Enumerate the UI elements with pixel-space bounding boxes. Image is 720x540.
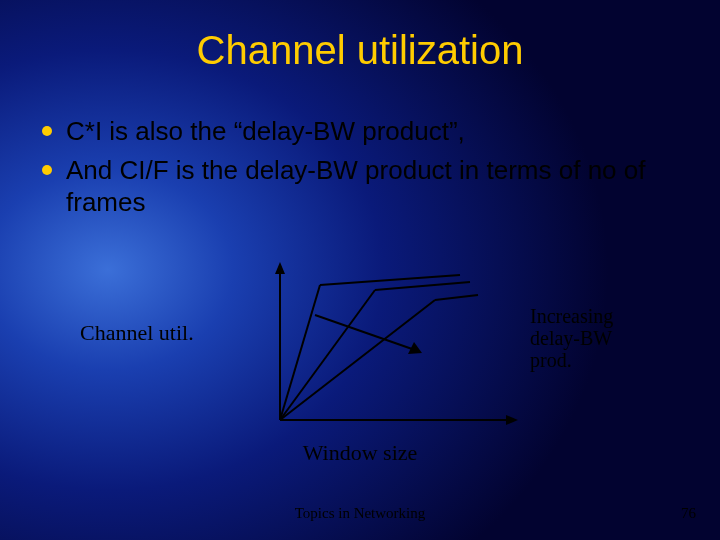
svg-line-7 <box>375 282 470 290</box>
svg-line-5 <box>320 275 460 285</box>
svg-line-4 <box>280 285 320 420</box>
page-number: 76 <box>681 505 696 522</box>
chart-y-label: Channel util. <box>80 320 194 346</box>
chart-svg <box>260 260 520 430</box>
svg-marker-3 <box>506 415 518 425</box>
slide-title: Channel utilization <box>0 28 720 73</box>
footer-text: Topics in Networking <box>0 505 720 522</box>
bullet-list: C*I is also the “delay-BW product”, And … <box>40 115 690 225</box>
slide: Channel utilization C*I is also the “del… <box>0 0 720 540</box>
chart-annotation: Increasingdelay-BWprod. <box>530 305 613 371</box>
bullet-item: C*I is also the “delay-BW product”, <box>40 115 690 148</box>
svg-marker-1 <box>275 262 285 274</box>
chart-annotation-text: Increasingdelay-BWprod. <box>530 305 613 371</box>
svg-line-6 <box>280 290 375 420</box>
svg-line-9 <box>435 295 478 300</box>
bullet-item: And CI/F is the delay-BW product in term… <box>40 154 690 219</box>
chart <box>260 260 520 430</box>
chart-x-label: Window size <box>0 440 720 466</box>
svg-line-10 <box>315 315 415 350</box>
svg-line-8 <box>280 300 435 420</box>
